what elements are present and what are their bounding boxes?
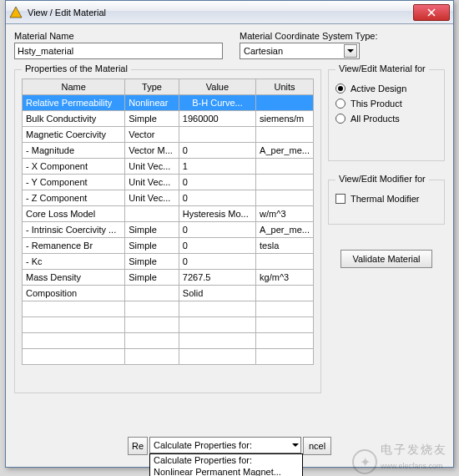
table-row[interactable]: Bulk ConductivitySimple1960000siemens/m — [23, 111, 314, 127]
cell-name[interactable]: Magnetic Coercivity — [23, 127, 125, 143]
cell-name[interactable]: Bulk Conductivity — [23, 111, 125, 127]
cell-value[interactable]: 0 — [179, 190, 255, 206]
check-thermal-modifier[interactable]: Thermal Modifier — [335, 194, 437, 204]
cell-name[interactable]: - Magnitude — [23, 143, 125, 159]
cell-type[interactable]: Simple — [125, 254, 179, 270]
cell-units[interactable]: w/m^3 — [256, 206, 314, 222]
cell-units[interactable]: kg/m^3 — [256, 270, 314, 286]
calc-option-nonlinear[interactable]: Nonlinear Permanent Magnet... — [150, 466, 302, 476]
table-row[interactable]: - Z ComponentUnit Vec...0 — [23, 190, 314, 206]
cell-type[interactable]: Vector M... — [125, 143, 179, 159]
cell-name[interactable]: - X Component — [23, 159, 125, 175]
view-edit-group: View/Edit Material for Active Design Thi… — [328, 69, 445, 161]
cell-name[interactable]: - Z Component — [23, 190, 125, 206]
cell-value[interactable]: 1 — [179, 159, 255, 175]
close-button[interactable] — [413, 4, 450, 21]
table-row[interactable]: Mass DensitySimple7267.5kg/m^3 — [23, 270, 314, 286]
calc-properties-select[interactable]: Calculate Properties for: Calculate Prop… — [149, 437, 301, 453]
coord-type-value: Cartesian — [244, 46, 283, 56]
window-title: View / Edit Material — [28, 8, 413, 18]
cell-units[interactable] — [256, 175, 314, 190]
cell-name[interactable]: Relative Permeability — [23, 95, 125, 111]
table-row[interactable]: CompositionSolid — [23, 286, 314, 301]
table-row-empty — [23, 301, 314, 317]
cancel-button-partial[interactable]: ncel — [303, 437, 331, 455]
cell-name[interactable]: Mass Density — [23, 270, 125, 286]
cell-value[interactable]: Solid — [179, 286, 255, 301]
cell-type[interactable]: Simple — [125, 111, 179, 127]
cell-type[interactable] — [125, 286, 179, 301]
titlebar: View / Edit Material — [6, 1, 453, 24]
cell-type[interactable]: Simple — [125, 222, 179, 238]
cell-name[interactable]: - Kc — [23, 254, 125, 270]
table-row[interactable]: - X ComponentUnit Vec...1 — [23, 159, 314, 175]
cell-name[interactable]: Composition — [23, 286, 125, 301]
cell-type[interactable]: Nonlinear — [125, 95, 179, 111]
cell-value[interactable] — [179, 127, 255, 143]
properties-table[interactable]: Name Type Value Units Relative Permeabil… — [22, 78, 314, 365]
cell-units[interactable] — [256, 127, 314, 143]
cell-name[interactable]: - Remanence Br — [23, 238, 125, 254]
cell-value[interactable]: 7267.5 — [179, 270, 255, 286]
reset-button-partial[interactable]: Re — [128, 437, 148, 455]
cell-value[interactable]: 0 — [179, 254, 255, 270]
cell-units[interactable] — [256, 159, 314, 175]
cell-units[interactable] — [256, 254, 314, 270]
col-type[interactable]: Type — [125, 79, 179, 95]
checkbox-icon — [335, 194, 346, 204]
cell-value[interactable]: 0 — [179, 143, 255, 159]
svg-marker-4 — [292, 443, 299, 447]
table-row[interactable]: Magnetic CoercivityVector — [23, 127, 314, 143]
coord-type-select[interactable]: Cartesian — [240, 43, 360, 59]
table-row[interactable]: Relative PermeabilityNonlinearB-H Curve.… — [23, 95, 314, 111]
view-edit-legend: View/Edit Material for — [335, 63, 429, 73]
table-row[interactable]: - Remanence BrSimple0tesla — [23, 238, 314, 254]
table-row[interactable]: - Y ComponentUnit Vec...0 — [23, 175, 314, 190]
cell-name[interactable]: - Intrinsic Coercivity ... — [23, 222, 125, 238]
cell-units[interactable] — [256, 95, 314, 111]
col-name[interactable]: Name — [23, 79, 125, 95]
cell-name[interactable]: - Y Component — [23, 175, 125, 190]
calc-option-header[interactable]: Calculate Properties for: — [150, 454, 302, 466]
col-value[interactable]: Value — [179, 79, 255, 95]
radio-icon — [335, 114, 346, 124]
radio-this-product[interactable]: This Product — [335, 99, 437, 109]
cell-type[interactable]: Unit Vec... — [125, 175, 179, 190]
cell-value[interactable]: Hysteresis Mo... — [179, 206, 255, 222]
cell-units[interactable]: tesla — [256, 238, 314, 254]
cell-type[interactable]: Simple — [125, 270, 179, 286]
cell-type[interactable]: Unit Vec... — [125, 190, 179, 206]
material-dialog: View / Edit Material Material Name Mater… — [5, 0, 454, 468]
cell-type[interactable]: Unit Vec... — [125, 159, 179, 175]
cell-units[interactable]: A_per_me... — [256, 222, 314, 238]
cell-value[interactable]: B-H Curve... — [179, 95, 255, 111]
chevron-down-icon — [344, 44, 357, 58]
material-name-input[interactable] — [14, 43, 223, 59]
radio-active-design[interactable]: Active Design — [335, 84, 437, 94]
radio-all-products[interactable]: All Products — [335, 114, 437, 124]
cell-units[interactable]: siemens/m — [256, 111, 314, 127]
properties-group: Properties of the Material Name Type Val… — [14, 69, 321, 393]
chevron-down-icon — [292, 440, 299, 450]
cell-value[interactable]: 0 — [179, 238, 255, 254]
validate-button[interactable]: Validate Material — [340, 250, 432, 268]
cell-type[interactable] — [125, 206, 179, 222]
cell-units[interactable]: A_per_me... — [256, 143, 314, 159]
cell-value[interactable]: 0 — [179, 222, 255, 238]
modifier-group: View/Edit Modifier for Thermal Modifier — [328, 180, 445, 225]
cell-name[interactable]: Core Loss Model — [23, 206, 125, 222]
cell-value[interactable]: 1960000 — [179, 111, 255, 127]
material-name-label: Material Name — [14, 31, 223, 41]
cell-value[interactable]: 0 — [179, 175, 255, 190]
cell-type[interactable]: Simple — [125, 238, 179, 254]
cell-type[interactable]: Vector — [125, 127, 179, 143]
table-row[interactable]: Core Loss ModelHysteresis Mo...w/m^3 — [23, 206, 314, 222]
app-icon — [9, 6, 23, 19]
calc-dropdown: Calculate Properties for: Nonlinear Perm… — [149, 453, 303, 476]
cell-units[interactable] — [256, 190, 314, 206]
table-row[interactable]: - KcSimple0 — [23, 254, 314, 270]
col-units[interactable]: Units — [256, 79, 314, 95]
table-row[interactable]: - Intrinsic Coercivity ...Simple0A_per_m… — [23, 222, 314, 238]
table-row[interactable]: - MagnitudeVector M...0A_per_me... — [23, 143, 314, 159]
cell-units[interactable] — [256, 286, 314, 301]
